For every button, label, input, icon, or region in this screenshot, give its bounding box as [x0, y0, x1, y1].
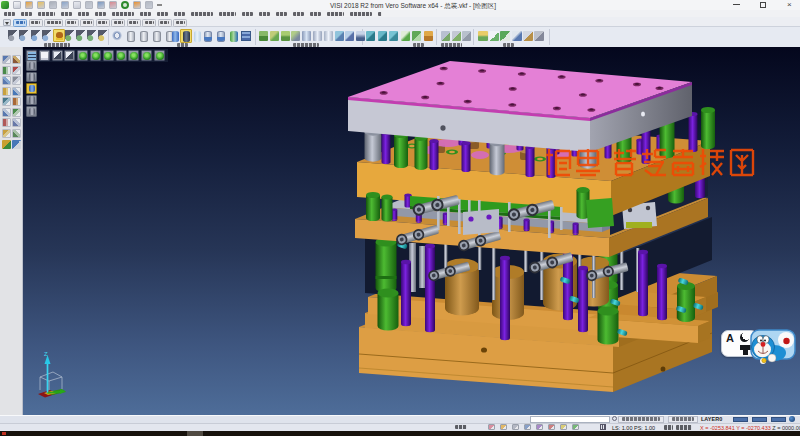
svg-text:Z: Z	[44, 351, 48, 357]
